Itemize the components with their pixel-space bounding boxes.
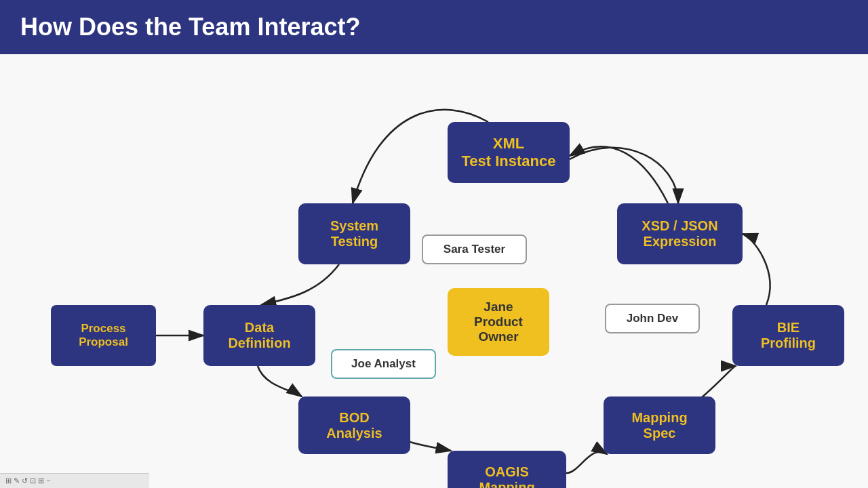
jane-product-owner-label: JaneProductOwner (474, 300, 523, 344)
system-testing-label: SystemTesting (330, 218, 378, 249)
mapping-spec-label: MappingSpec (631, 410, 687, 441)
taskbar: ⊞ ✎ ↺ ⊡ ⊞ − (0, 473, 149, 488)
bie-profiling-label: BIEProfiling (761, 320, 816, 351)
page-header: How Does the Team Interact? (0, 0, 868, 54)
mapping-spec-box: MappingSpec (604, 396, 715, 454)
flow-diagram (0, 54, 868, 488)
data-definition-box: DataDefinition (203, 305, 315, 366)
oagis-mapping-label: OAGISMapping (479, 464, 534, 489)
page-title: How Does the Team Interact? (20, 13, 360, 41)
xml-test-instance-label: XMLTest Instance (462, 135, 556, 170)
data-definition-label: DataDefinition (228, 320, 290, 351)
bie-profiling-box: BIEProfiling (732, 305, 844, 366)
sara-tester-label: Sara Tester (422, 235, 527, 264)
bod-analysis-box: BODAnalysis (298, 396, 410, 454)
process-proposal-box: ProcessProposal (51, 305, 156, 366)
main-content: ProcessProposal DataDefinition SystemTes… (0, 54, 868, 488)
bod-analysis-label: BODAnalysis (326, 410, 382, 441)
oagis-mapping-box: OAGISMapping (448, 451, 566, 488)
joe-analyst-label: Joe Analyst (331, 349, 436, 379)
xsd-json-label: XSD / JSONExpression (642, 218, 717, 249)
process-proposal-label: ProcessProposal (79, 322, 128, 349)
xml-test-instance-box: XMLTest Instance (448, 122, 570, 183)
jane-product-owner-box: JaneProductOwner (448, 288, 549, 356)
john-dev-label: John Dev (605, 304, 700, 333)
system-testing-box: SystemTesting (298, 203, 410, 264)
taskbar-icons: ⊞ ✎ ↺ ⊡ ⊞ − (5, 476, 51, 485)
xsd-json-box: XSD / JSONExpression (617, 203, 743, 264)
